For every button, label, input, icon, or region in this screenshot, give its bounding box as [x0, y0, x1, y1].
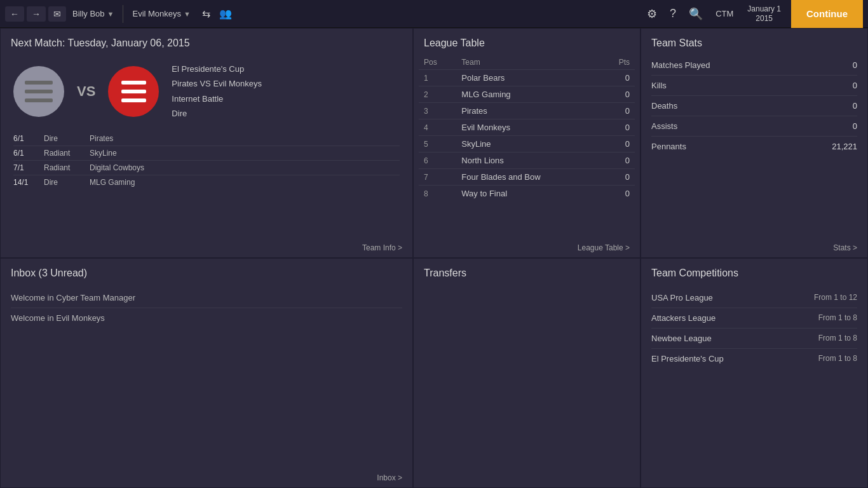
transfers-panel: Transfers [413, 258, 641, 488]
forward-button[interactable]: → [27, 6, 46, 22]
table-row[interactable]: 1 Polar Bears 0 [419, 70, 635, 86]
match-matchup: Pirates VS Evil Monkeys [172, 76, 400, 91]
inbox-title: Inbox (3 Unread) [1, 259, 412, 285]
team-icon-button[interactable]: 👥 [217, 5, 234, 22]
list-item[interactable]: Welcome in Evil Monkeys [11, 308, 402, 328]
table-row[interactable]: 2 MLG Gaming 0 [419, 86, 635, 103]
stats-label: Assists [651, 121, 677, 131]
row-team: Four Blades and Bow [456, 169, 600, 186]
stats-value: 0 [853, 121, 857, 131]
comp-name: USA Pro League [651, 293, 713, 302]
odds-ratio: 14/1 [13, 178, 36, 187]
row-team: SkyLine [456, 136, 600, 152]
row-pts: 0 [600, 86, 635, 103]
comp-range: From 1 to 8 [818, 313, 857, 323]
next-match-panel: Next Match: Tuesday, January 06, 2015 VS… [0, 28, 413, 258]
row-team: North Lions [456, 152, 600, 169]
nav-extra-icons: ⇆ 👥 [200, 5, 234, 22]
competition-row: Newbee League From 1 to 8 [651, 329, 857, 349]
competitions-title: Team Competitions [641, 259, 867, 285]
settings-button[interactable]: ⚙ [643, 4, 661, 24]
list-item[interactable]: Welcome in Cyber Team Manager [11, 288, 402, 308]
logo-line-3 [25, 98, 53, 102]
col-pts: Pts [600, 55, 635, 70]
date-line2: 2015 [747, 14, 781, 23]
comp-range: From 1 to 12 [814, 293, 857, 302]
competitions-panel: Team Competitions USA Pro League From 1 … [641, 258, 868, 488]
inbox-panel: Inbox (3 Unread) Welcome in Cyber Team M… [0, 258, 413, 488]
odds-rows: 6/1 Dire Pirates 6/1 Radiant SkyLine 7/1… [13, 132, 400, 189]
league-table: Pos Team Pts 1 Polar Bears 0 2 MLG Gamin… [419, 55, 635, 201]
odds-type: Radiant [44, 163, 82, 172]
ctm-label: CTM [712, 9, 737, 18]
comp-list: USA Pro League From 1 to 12 Attackers Le… [641, 285, 867, 487]
match-vs-section: VS El Presidente's Cup Pirates VS Evil M… [1, 55, 412, 132]
inbox-list: Welcome in Cyber Team ManagerWelcome in … [1, 285, 412, 468]
transfers-title: Transfers [414, 259, 640, 285]
stats-row: Kills 0 [651, 76, 857, 96]
odds-table: 6/1 Dire Pirates 6/1 Radiant SkyLine 7/1… [1, 132, 412, 189]
row-pts: 0 [600, 136, 635, 152]
stats-label: Deaths [651, 101, 677, 111]
date-line1: January 1 [747, 4, 781, 13]
home-logo-lines [13, 81, 64, 102]
league-tbody: 1 Polar Bears 0 2 MLG Gaming 0 3 Pirates… [419, 70, 635, 202]
table-row[interactable]: 5 SkyLine 0 [419, 136, 635, 152]
stats-row: Pennants 21,221 [651, 137, 857, 156]
row-pts: 0 [600, 169, 635, 186]
team-info-link[interactable]: Team Info > [1, 238, 412, 257]
league-table-link[interactable]: League Table > [414, 238, 640, 257]
table-row[interactable]: 6 North Lions 0 [419, 152, 635, 169]
row-pos: 5 [419, 136, 456, 152]
top-navigation: ← → ✉ Billy Bob ▼ Evil Monkeys ▼ ⇆ 👥 ⚙ ?… [0, 0, 868, 28]
main-grid: Next Match: Tuesday, January 06, 2015 VS… [0, 28, 868, 488]
continue-button[interactable]: Continue [791, 0, 863, 28]
stats-row: Matches Played 0 [651, 55, 857, 76]
mail-button[interactable]: ✉ [48, 6, 66, 22]
inbox-link[interactable]: Inbox > [1, 468, 412, 487]
user-chevron-icon: ▼ [107, 10, 114, 18]
row-team: Evil Monkeys [456, 119, 600, 136]
competition-row: USA Pro League From 1 to 12 [651, 288, 857, 308]
help-button[interactable]: ? [666, 4, 680, 23]
nav-right-section: ⚙ ? 🔍 CTM January 1 2015 Continue [643, 0, 863, 28]
user-selector[interactable]: Billy Bob ▼ [69, 9, 118, 18]
table-row[interactable]: 8 Way to Final 0 [419, 186, 635, 202]
row-pos: 2 [419, 86, 456, 103]
stats-list: Matches Played 0 Kills 0 Deaths 0 Assist… [641, 55, 867, 238]
next-match-title: Next Match: Tuesday, January 06, 2015 [1, 29, 412, 55]
stats-label: Kills [651, 81, 667, 90]
competition-row: El Presidente's Cup From 1 to 8 [651, 349, 857, 369]
away-logo-line-3 [121, 98, 146, 102]
team-stats-panel: Team Stats Matches Played 0 Kills 0 Deat… [641, 28, 868, 258]
row-pos: 6 [419, 152, 456, 169]
odds-team: Pirates [90, 134, 400, 143]
team-stats-title: Team Stats [641, 29, 867, 55]
search-button[interactable]: 🔍 [685, 4, 707, 24]
comp-range: From 1 to 8 [818, 354, 857, 363]
odds-row: 6/1 Dire Pirates [13, 132, 400, 146]
match-team1: Dire [172, 106, 400, 121]
row-pts: 0 [600, 103, 635, 119]
stats-link[interactable]: Stats > [641, 238, 867, 257]
row-team: Pirates [456, 103, 600, 119]
comp-name: Attackers League [651, 313, 715, 323]
odds-team: Digital Cowboys [90, 163, 400, 172]
row-pts: 0 [600, 152, 635, 169]
odds-ratio: 6/1 [13, 134, 36, 143]
table-row[interactable]: 3 Pirates 0 [419, 103, 635, 119]
stats-value: 0 [853, 101, 857, 111]
away-logo-line-1 [121, 81, 146, 85]
odds-type: Dire [44, 134, 82, 143]
row-pos: 1 [419, 70, 456, 86]
table-row[interactable]: 7 Four Blades and Bow 0 [419, 169, 635, 186]
transfer-icon-button[interactable]: ⇆ [200, 5, 213, 22]
team-selector[interactable]: Evil Monkeys ▼ [128, 9, 194, 18]
odds-ratio: 7/1 [13, 163, 36, 172]
odds-type: Dire [44, 178, 82, 187]
odds-ratio: 6/1 [13, 149, 36, 158]
back-button[interactable]: ← [5, 6, 24, 22]
stats-label: Matches Played [651, 60, 710, 70]
nav-divider-1 [123, 5, 123, 23]
table-row[interactable]: 4 Evil Monkeys 0 [419, 119, 635, 136]
